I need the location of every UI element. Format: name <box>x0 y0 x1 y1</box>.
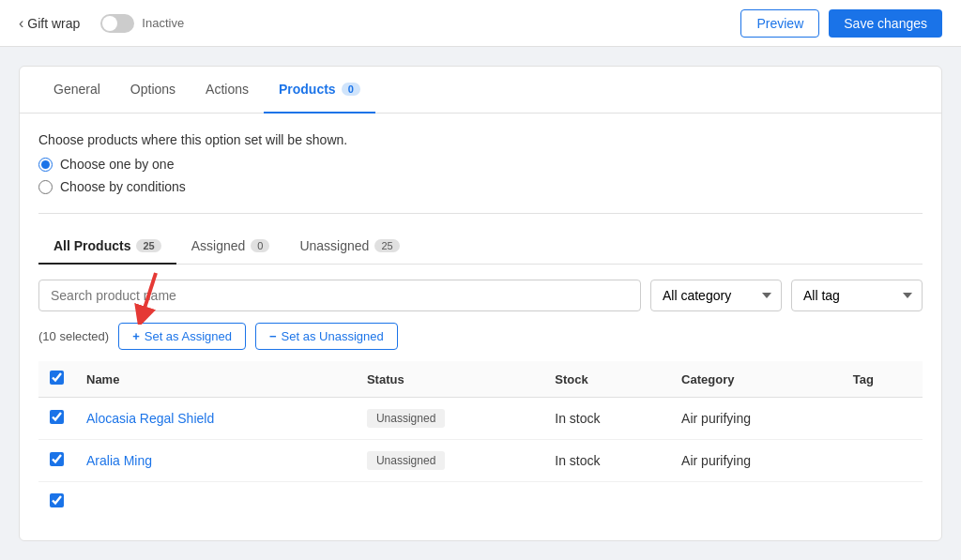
product-link-0[interactable]: Alocasia Regal Shield <box>86 411 214 426</box>
row-stock-partial <box>543 482 670 522</box>
main-content: General Options Actions Products 0 Choos… <box>0 47 961 560</box>
search-input[interactable] <box>38 280 641 311</box>
radio-by-conditions[interactable]: Choose by conditions <box>38 179 923 194</box>
filter-row: All category All tag <box>38 280 923 311</box>
row-checkbox-cell-partial <box>38 482 75 522</box>
tab-actions[interactable]: Actions <box>191 67 264 114</box>
arrow-container: + Set as Assigned <box>118 323 246 350</box>
main-card: General Options Actions Products 0 Choos… <box>19 66 942 541</box>
unassign-label: Set as Unassigned <box>282 329 384 343</box>
table-row-partial <box>38 482 923 522</box>
toggle-label: Inactive <box>142 16 184 30</box>
topbar-left: ‹ Gift wrap Inactive <box>19 14 740 33</box>
row-tag-0 <box>842 398 923 440</box>
preview-button[interactable]: Preview <box>740 9 819 38</box>
minus-icon: − <box>269 329 277 343</box>
row-tag-1 <box>842 440 923 482</box>
sub-tabs: All Products 25 Assigned 0 Unassigned 25 <box>38 229 923 265</box>
radio-one-by-one-label: Choose one by one <box>60 157 174 172</box>
row-status-partial <box>356 482 543 522</box>
tab-products-badge: 0 <box>342 83 360 96</box>
row-checkbox-1[interactable] <box>50 452 64 466</box>
th-tag: Tag <box>842 361 923 398</box>
th-stock: Stock <box>543 361 670 398</box>
tab-products[interactable]: Products 0 <box>264 67 375 114</box>
row-stock-1: In stock <box>543 440 670 482</box>
inactive-toggle[interactable] <box>100 14 134 33</box>
table-header-row: Name Status Stock Category Tag <box>38 361 923 398</box>
sub-tab-assigned[interactable]: Assigned 0 <box>176 229 285 265</box>
radio-by-conditions-input[interactable] <box>38 180 53 194</box>
row-tag-partial <box>842 482 923 522</box>
table-row: Alocasia Regal Shield Unassigned In stoc… <box>38 398 923 440</box>
radio-one-by-one[interactable]: Choose one by one <box>38 157 923 172</box>
set-as-assigned-button[interactable]: + Set as Assigned <box>118 323 246 350</box>
row-name-partial <box>75 482 356 522</box>
sub-tab-unassigned-badge: 25 <box>374 239 399 252</box>
th-category: Category <box>670 361 842 398</box>
sub-tab-all-badge: 25 <box>136 239 160 252</box>
tab-options[interactable]: Options <box>115 67 191 114</box>
tab-options-label: Options <box>130 82 175 97</box>
topbar-right: Preview Save changes <box>740 9 942 38</box>
category-dropdown[interactable]: All category <box>650 280 782 311</box>
row-checkbox-2[interactable] <box>50 493 64 507</box>
row-status-1: Unassigned <box>356 440 543 482</box>
topbar: ‹ Gift wrap Inactive Preview Save change… <box>0 0 961 47</box>
divider <box>38 213 923 214</box>
sub-tab-unassigned[interactable]: Unassigned 25 <box>284 229 414 265</box>
row-category-partial <box>670 482 842 522</box>
table-row: Aralia Ming Unassigned In stock Air puri… <box>38 440 923 482</box>
plus-icon: + <box>132 329 140 343</box>
status-badge-1: Unassigned <box>367 451 445 470</box>
radio-group: Choose one by one Choose by conditions <box>38 157 923 194</box>
main-tabs: General Options Actions Products 0 <box>20 67 941 114</box>
product-table: Name Status Stock Category Tag Alocasia … <box>38 361 923 522</box>
row-name-0: Alocasia Regal Shield <box>75 398 356 440</box>
action-row: (10 selected) + Set as Assigned <box>38 323 923 350</box>
choose-label: Choose products where this option set wi… <box>38 132 923 147</box>
radio-one-by-one-input[interactable] <box>38 158 53 172</box>
selected-count: (10 selected) <box>38 329 109 343</box>
radio-by-conditions-label: Choose by conditions <box>60 179 186 194</box>
assign-label: Set as Assigned <box>145 329 232 343</box>
save-changes-button[interactable]: Save changes <box>829 9 942 38</box>
card-body: Choose products where this option set wi… <box>20 114 941 540</box>
row-category-0: Air purifying <box>670 398 842 440</box>
back-arrow-icon: ‹ <box>19 15 23 32</box>
set-as-unassigned-button[interactable]: − Set as Unassigned <box>255 323 398 350</box>
toggle-wrap: Inactive <box>100 14 184 33</box>
tab-general-label: General <box>53 82 100 97</box>
th-name: Name <box>75 361 356 398</box>
sub-tab-all-label: All Products <box>53 238 130 253</box>
page-title: Gift wrap <box>27 16 80 31</box>
th-checkbox <box>38 361 75 398</box>
row-checkbox-cell <box>38 440 75 482</box>
tab-products-label: Products <box>279 82 336 97</box>
back-link[interactable]: ‹ Gift wrap <box>19 15 80 32</box>
tab-actions-label: Actions <box>206 82 249 97</box>
status-badge-0: Unassigned <box>367 409 445 428</box>
select-all-checkbox[interactable] <box>50 371 64 385</box>
row-status-0: Unassigned <box>356 398 543 440</box>
th-status: Status <box>356 361 543 398</box>
sub-tab-assigned-label: Assigned <box>191 238 246 253</box>
sub-tab-assigned-badge: 0 <box>251 239 269 252</box>
sub-tab-unassigned-label: Unassigned <box>299 238 369 253</box>
sub-tab-all[interactable]: All Products 25 <box>38 229 176 265</box>
row-checkbox-cell <box>38 398 75 440</box>
row-stock-0: In stock <box>543 398 670 440</box>
tag-dropdown[interactable]: All tag <box>791 280 923 311</box>
row-name-1: Aralia Ming <box>75 440 356 482</box>
row-category-1: Air purifying <box>670 440 842 482</box>
tab-general[interactable]: General <box>38 67 115 114</box>
product-link-1[interactable]: Aralia Ming <box>86 453 152 468</box>
row-checkbox-0[interactable] <box>50 410 64 424</box>
